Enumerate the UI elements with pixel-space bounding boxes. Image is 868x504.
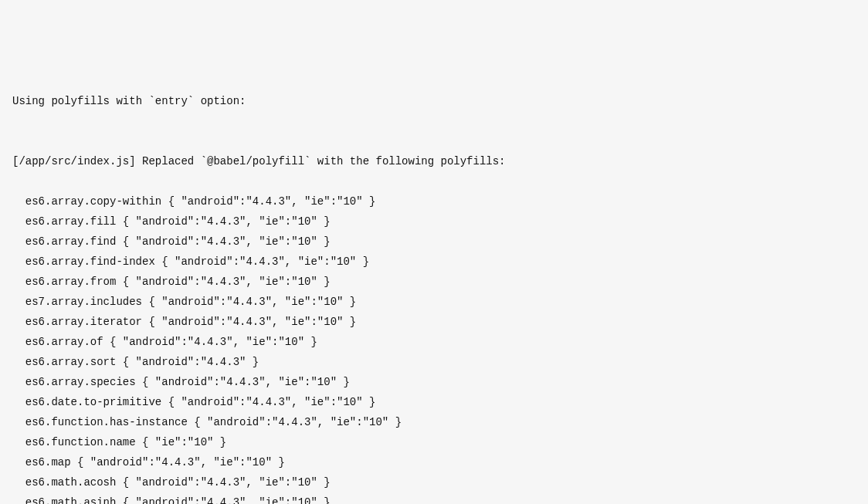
polyfill-line: es6.array.iterator { "android":"4.4.3", … bbox=[12, 312, 856, 332]
polyfill-line: es6.math.acosh { "android":"4.4.3", "ie"… bbox=[12, 472, 856, 492]
polyfill-list: es6.array.copy-within { "android":"4.4.3… bbox=[12, 191, 856, 504]
polyfill-line: es6.array.from { "android":"4.4.3", "ie"… bbox=[12, 272, 856, 292]
polyfill-line: es6.function.name { "ie":"10" } bbox=[12, 432, 856, 452]
polyfill-line: es6.array.fill { "android":"4.4.3", "ie"… bbox=[12, 211, 856, 232]
polyfill-line: es6.array.species { "android":"4.4.3", "… bbox=[12, 372, 856, 392]
polyfill-line: es6.math.asinh { "android":"4.4.3", "ie"… bbox=[12, 492, 856, 504]
polyfill-line: es6.array.of { "android":"4.4.3", "ie":"… bbox=[12, 332, 856, 352]
polyfill-line: es6.array.copy-within { "android":"4.4.3… bbox=[12, 191, 856, 211]
polyfill-line: es6.array.find-index { "android":"4.4.3"… bbox=[12, 252, 856, 272]
polyfill-line: es6.map { "android":"4.4.3", "ie":"10" } bbox=[12, 452, 856, 472]
polyfill-line: es6.date.to-primitive { "android":"4.4.3… bbox=[12, 392, 856, 412]
polyfill-line: es6.array.sort { "android":"4.4.3" } bbox=[12, 352, 856, 372]
polyfill-line: es7.array.includes { "android":"4.4.3", … bbox=[12, 292, 856, 312]
polyfill-line: es6.function.has-instance { "android":"4… bbox=[12, 412, 856, 432]
polyfill-line: es6.array.find { "android":"4.4.3", "ie"… bbox=[12, 232, 856, 252]
header-line: Using polyfills with `entry` option: bbox=[12, 91, 856, 111]
replaced-line: [/app/src/index.js] Replaced `@babel/pol… bbox=[12, 151, 856, 171]
